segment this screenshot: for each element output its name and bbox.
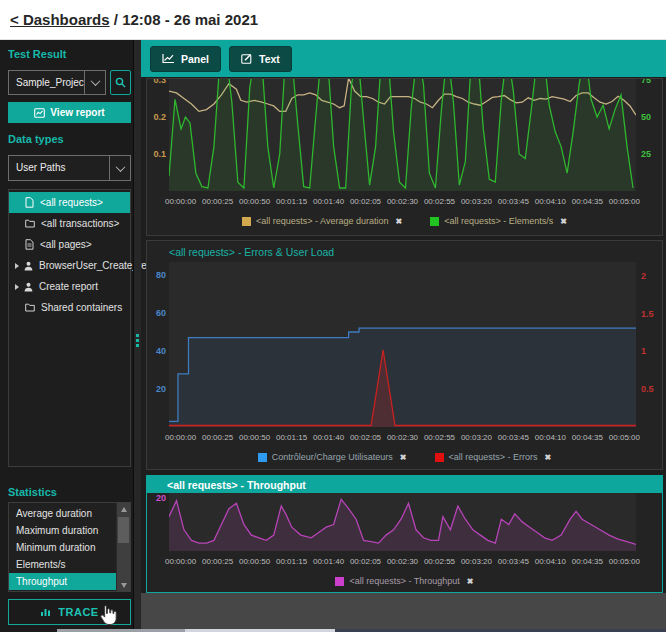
x-tick-label: 00:00:25 bbox=[202, 557, 233, 568]
tree-item-all-requests[interactable]: <all requests> bbox=[9, 192, 130, 213]
right-axis: 255075 bbox=[636, 79, 662, 191]
axis-tick-label: 0.2 bbox=[153, 112, 166, 122]
chart-legend: Contrôleur/Charge Utilisateurs✖<all requ… bbox=[147, 444, 662, 462]
page-background-below-panels bbox=[141, 593, 666, 629]
chart-panel-average-duration-elements[interactable]: 0.10.20.325507500:00:0000:00:2500:00:500… bbox=[146, 78, 663, 236]
caret-right-icon[interactable] bbox=[15, 284, 19, 290]
legend-item: <all requests> - Elements/s✖ bbox=[430, 216, 567, 226]
axis-tick-label: 0.1 bbox=[153, 149, 166, 159]
plot-area: 0.10.20.3255075 bbox=[147, 79, 662, 191]
legend-remove-icon[interactable]: ✖ bbox=[560, 217, 567, 226]
x-tick-label: 00:02:55 bbox=[424, 197, 455, 208]
x-axis: 00:00:0000:00:2500:00:5000:01:1500:01:40… bbox=[165, 551, 640, 568]
user-paths-select-value: User Paths bbox=[9, 156, 109, 180]
x-tick-label: 00:00:50 bbox=[239, 197, 270, 208]
x-tick-label: 00:04:35 bbox=[572, 557, 603, 568]
legend-label: <all requests> - Average duration bbox=[256, 216, 388, 226]
x-tick-label: 00:05:00 bbox=[609, 433, 640, 444]
legend-swatch-icon bbox=[242, 217, 251, 226]
legend-label: Contrôleur/Charge Utilisateurs bbox=[272, 452, 393, 462]
search-icon bbox=[115, 77, 126, 88]
view-report-button[interactable]: View report bbox=[8, 102, 131, 123]
data-types-tree: <all requests> <all transactions> <all p… bbox=[8, 189, 131, 467]
x-axis: 00:00:0000:00:2500:00:5000:01:1500:01:40… bbox=[165, 427, 640, 444]
tree-item-create-report[interactable]: Create report bbox=[9, 276, 130, 297]
left-axis: 0.10.20.3 bbox=[147, 79, 169, 191]
legend-swatch-icon bbox=[258, 453, 267, 462]
chart-panel-throughput[interactable]: <all requests> - Throughput2000:00:0000:… bbox=[146, 475, 663, 593]
legend-remove-icon[interactable]: ✖ bbox=[467, 577, 474, 586]
view-report-label: View report bbox=[50, 107, 104, 118]
stat-item-elements-s[interactable]: Elements/s bbox=[9, 556, 116, 573]
stat-item-throughput[interactable]: Throughput bbox=[9, 573, 116, 590]
text-button-label: Text bbox=[259, 53, 280, 65]
x-tick-label: 00:05:00 bbox=[609, 197, 640, 208]
right-axis bbox=[636, 493, 662, 551]
right-axis: 0.511.52 bbox=[636, 262, 662, 427]
legend-remove-icon[interactable]: ✖ bbox=[400, 453, 407, 462]
line-chart-icon bbox=[162, 53, 175, 64]
tree-item-all-pages[interactable]: <all pages> bbox=[9, 234, 130, 255]
x-tick-label: 00:02:05 bbox=[350, 557, 381, 568]
axis-tick-label: 60 bbox=[156, 308, 166, 318]
tree-item-browseruser-create-report[interactable]: BrowserUser_Create_report bbox=[9, 255, 130, 276]
x-tick-label: 00:04:10 bbox=[535, 557, 566, 568]
breadcrumb: < Dashboards / 12:08 - 26 mai 2021 bbox=[0, 0, 666, 40]
search-button[interactable] bbox=[110, 70, 131, 95]
x-tick-label: 00:03:45 bbox=[498, 557, 529, 568]
x-tick-label: 00:04:10 bbox=[535, 197, 566, 208]
x-tick-label: 00:03:20 bbox=[461, 433, 492, 444]
statistics-scrollbar[interactable] bbox=[116, 503, 130, 591]
stat-item-minimum-duration[interactable]: Minimum duration bbox=[9, 539, 116, 556]
stat-item-average-duration[interactable]: Average duration bbox=[9, 505, 116, 522]
trace-button[interactable]: TRACE bbox=[8, 599, 131, 625]
sidebar: Test Result Sample_Project - 1 View repo… bbox=[0, 40, 133, 632]
dashboards-back-link[interactable]: < Dashboards bbox=[10, 11, 110, 28]
x-tick-label: 00:00:25 bbox=[202, 197, 233, 208]
caret-right-icon[interactable] bbox=[15, 263, 19, 269]
axis-tick-label: 80 bbox=[156, 270, 166, 280]
x-tick-label: 00:03:20 bbox=[461, 197, 492, 208]
dashboard-toolbar: Panel Text bbox=[141, 40, 666, 77]
x-tick-label: 00:02:30 bbox=[387, 197, 418, 208]
project-select[interactable]: Sample_Project - 1 bbox=[8, 70, 106, 95]
x-tick-label: 00:01:15 bbox=[276, 557, 307, 568]
add-panel-button[interactable]: Panel bbox=[150, 46, 221, 72]
x-tick-label: 00:02:30 bbox=[387, 557, 418, 568]
chart-plot[interactable] bbox=[169, 262, 636, 427]
panel-button-label: Panel bbox=[181, 53, 209, 65]
x-tick-label: 00:04:35 bbox=[572, 433, 603, 444]
tree-item-all-transactions[interactable]: <all transactions> bbox=[9, 213, 130, 234]
x-tick-label: 00:03:20 bbox=[461, 557, 492, 568]
page-title: 12:08 - 26 mai 2021 bbox=[122, 11, 258, 28]
chart-title: <all requests> - Throughput bbox=[147, 476, 662, 493]
scroll-down-icon[interactable] bbox=[117, 579, 130, 591]
axis-tick-label: 50 bbox=[641, 112, 651, 122]
axis-tick-label: 2 bbox=[641, 271, 646, 281]
x-tick-label: 00:00:25 bbox=[202, 433, 233, 444]
tree-item-shared-containers[interactable]: Shared containers bbox=[9, 297, 130, 318]
sidebar-splitter[interactable] bbox=[133, 40, 141, 632]
legend-remove-icon[interactable]: ✖ bbox=[395, 217, 402, 226]
chart-legend: <all requests> - Average duration✖<all r… bbox=[147, 208, 662, 226]
x-tick-label: 00:02:55 bbox=[424, 433, 455, 444]
x-tick-label: 00:00:50 bbox=[239, 557, 270, 568]
statistics-listbox: Average duration Maximum duration Minimu… bbox=[8, 502, 131, 592]
scrollbar-thumb[interactable] bbox=[118, 517, 129, 543]
chart-panel-errors-user-load[interactable]: <all requests> - Errors & User Load20406… bbox=[146, 240, 663, 470]
chart-plot[interactable] bbox=[169, 493, 636, 551]
add-text-button[interactable]: Text bbox=[229, 46, 292, 72]
legend-item: Contrôleur/Charge Utilisateurs✖ bbox=[258, 452, 407, 462]
user-paths-select[interactable]: User Paths bbox=[8, 155, 131, 181]
axis-tick-label: 1 bbox=[641, 346, 646, 356]
breadcrumb-separator: / bbox=[110, 11, 123, 28]
x-axis: 00:00:0000:00:2500:00:5000:01:1500:01:40… bbox=[165, 191, 640, 208]
drag-handle-icon bbox=[136, 334, 139, 347]
stat-item-maximum-duration[interactable]: Maximum duration bbox=[9, 522, 116, 539]
folder-icon bbox=[25, 303, 35, 312]
chart-plot[interactable] bbox=[169, 79, 636, 191]
page-icon bbox=[25, 239, 34, 250]
scroll-up-icon[interactable] bbox=[117, 503, 130, 515]
x-tick-label: 00:02:05 bbox=[350, 433, 381, 444]
legend-remove-icon[interactable]: ✖ bbox=[545, 453, 552, 462]
